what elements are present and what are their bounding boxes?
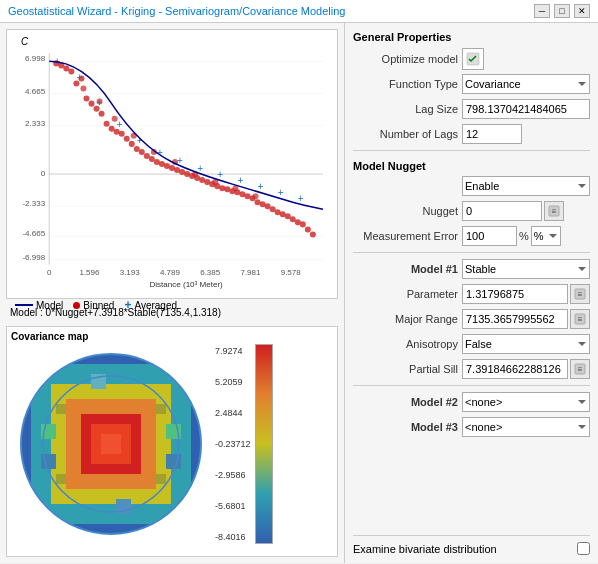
lag-size-label: Lag Size (353, 103, 458, 115)
nugget-row: Nugget ≡ (353, 200, 590, 222)
model-nugget-header: Model Nugget (353, 160, 590, 172)
svg-point-74 (310, 231, 316, 237)
partial-sill-row: Partial Sill ≡ (353, 358, 590, 380)
title-highlighted: Semivariogram/Covariance Modeling (165, 5, 345, 17)
svg-text:4.665: 4.665 (25, 87, 46, 96)
major-range-input[interactable] (462, 309, 568, 329)
scale-value-2: 5.2059 (215, 377, 251, 387)
svg-text:-2.333: -2.333 (22, 199, 45, 208)
svg-text:Distance (10³ Meter): Distance (10³ Meter) (149, 280, 223, 289)
chart-svg: 6.998 4.665 2.333 0 -2.333 -4.665 -6.998… (11, 34, 333, 294)
scale-value-7: -8.4016 (215, 532, 251, 542)
examine-bivariate-checkbox[interactable] (577, 542, 590, 555)
title-text: Geostatistical Wizard - Kriging - Semiva… (8, 5, 345, 17)
model3-select[interactable]: <none> Stable Spherical (462, 417, 590, 437)
svg-text:6.385: 6.385 (200, 268, 221, 277)
lag-size-row: Lag Size (353, 98, 590, 120)
scale-value-1: 7.9274 (215, 346, 251, 356)
title-static: Geostatistical Wizard - Kriging - (8, 5, 165, 17)
svg-text:≡: ≡ (578, 315, 583, 324)
lag-size-input[interactable] (462, 99, 590, 119)
svg-point-65 (265, 203, 271, 209)
function-type-select[interactable]: Covariance Semivariogram (462, 74, 590, 94)
minimize-button[interactable]: ─ (534, 4, 550, 18)
anisotropy-select[interactable]: False True (462, 334, 590, 354)
separator-2 (353, 252, 590, 253)
svg-text:4.789: 4.789 (160, 268, 181, 277)
measurement-error-unit-select[interactable]: % (531, 226, 561, 246)
examine-bivariate-label: Examine bivariate distribution (353, 543, 571, 555)
anisotropy-label: Anisotropy (353, 338, 458, 350)
major-range-calc-button[interactable]: ≡ (570, 309, 590, 329)
optimize-model-button[interactable] (462, 48, 484, 70)
number-of-lags-input[interactable] (462, 124, 522, 144)
chart-legend: Model Binned + Averaged (11, 296, 333, 314)
cov-map-scale: 7.9274 5.2059 2.4844 -0.23712 -2.9586 -5… (215, 344, 251, 544)
svg-point-40 (139, 149, 145, 155)
legend-model-label: Model (36, 300, 63, 311)
svg-point-34 (109, 126, 115, 132)
svg-text:-4.665: -4.665 (22, 229, 45, 238)
parameter-input[interactable] (462, 284, 568, 304)
separator-3 (353, 385, 590, 386)
partial-sill-calc-button[interactable]: ≡ (570, 359, 590, 379)
scale-value-5: -2.9586 (215, 470, 251, 480)
svg-rect-111 (41, 454, 56, 469)
svg-point-39 (134, 146, 140, 152)
chart-area: C 6.998 4.665 2.333 0 -2.333 -4.665 -6.9… (6, 29, 338, 299)
anisotropy-value: False True (462, 334, 590, 354)
model2-select[interactable]: <none> Stable Spherical (462, 392, 590, 412)
close-button[interactable]: ✕ (574, 4, 590, 18)
svg-text:+: + (217, 169, 223, 180)
scale-value-4: -0.23712 (215, 439, 251, 449)
svg-rect-115 (156, 474, 166, 484)
svg-text:≡: ≡ (578, 290, 583, 299)
model1-select[interactable]: Stable Spherical Exponential Gaussian (462, 259, 590, 279)
chart-y-label: C (21, 36, 28, 47)
function-type-label: Function Type (353, 78, 458, 90)
svg-point-26 (68, 68, 74, 74)
parameter-calc-button[interactable]: ≡ (570, 284, 590, 304)
svg-point-73 (305, 226, 311, 232)
svg-text:≡: ≡ (552, 207, 557, 216)
cov-map-title: Covariance map (11, 331, 333, 342)
svg-rect-112 (56, 404, 66, 414)
partial-sill-input[interactable] (462, 359, 568, 379)
svg-point-75 (80, 86, 86, 92)
svg-text:+: + (298, 193, 304, 204)
svg-point-41 (144, 153, 150, 159)
major-range-value: ≡ (462, 309, 590, 329)
lag-size-value (462, 99, 590, 119)
averaged-plus-icon: + (124, 298, 131, 312)
svg-text:+: + (237, 175, 243, 186)
svg-point-33 (104, 121, 110, 127)
svg-text:6.998: 6.998 (25, 54, 46, 63)
number-of-lags-value (462, 124, 590, 144)
nugget-input[interactable] (462, 201, 542, 221)
svg-point-66 (270, 206, 276, 212)
percent-label: % (519, 230, 529, 242)
nugget-enable-select[interactable]: Enable Disable (462, 176, 590, 196)
function-type-value: Covariance Semivariogram (462, 74, 590, 94)
cov-map-canvas (11, 344, 211, 544)
svg-point-37 (124, 136, 130, 142)
svg-text:1.596: 1.596 (79, 268, 100, 277)
svg-point-29 (83, 96, 89, 102)
model1-header-label: Model #1 (353, 263, 458, 275)
svg-text:3.193: 3.193 (120, 268, 141, 277)
svg-rect-114 (56, 474, 66, 484)
svg-point-30 (88, 101, 94, 107)
svg-text:-6.998: -6.998 (22, 253, 45, 262)
legend-averaged-label: Averaged (134, 300, 177, 311)
legend-model: Model (15, 300, 63, 311)
nugget-label: Nugget (353, 205, 458, 217)
maximize-button[interactable]: □ (554, 4, 570, 18)
svg-point-69 (285, 213, 291, 219)
color-scale-bar (255, 344, 273, 544)
measurement-error-input[interactable] (462, 226, 517, 246)
nugget-calc-button[interactable]: ≡ (544, 201, 564, 221)
svg-text:2.333: 2.333 (25, 119, 46, 128)
svg-point-42 (149, 156, 155, 162)
partial-sill-value: ≡ (462, 359, 590, 379)
legend-binned-label: Binned (83, 300, 114, 311)
